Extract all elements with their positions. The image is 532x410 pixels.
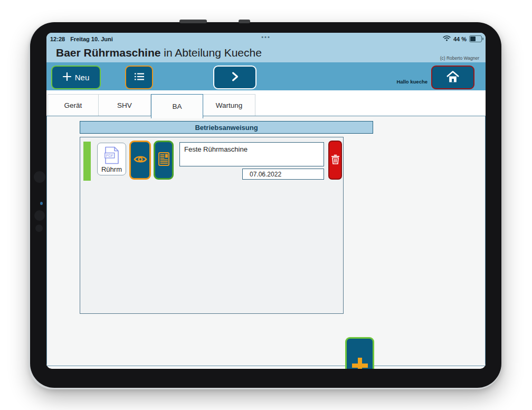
tab-geraet[interactable]: Gerät (48, 94, 99, 116)
device-top-button (239, 20, 250, 23)
front-camera (34, 171, 45, 183)
plus-icon (63, 72, 71, 82)
content-panel: Betriebsanweisung PDF Rührm (46, 116, 486, 366)
chevron-right-icon (232, 72, 239, 83)
ipad-device-frame: 12:28 Freitag 10. Juni ••• 44 % (30, 22, 501, 388)
item-name-input[interactable]: Feste Rührmaschine (179, 142, 324, 166)
front-sensor (34, 210, 45, 221)
wifi-icon (443, 35, 451, 42)
preview-button[interactable] (129, 141, 151, 180)
plus-icon (350, 356, 369, 369)
item-status-bar (83, 142, 91, 181)
device-top-button (179, 20, 207, 23)
title-bar: Baer Rührmaschine in Abteilung Kueche (c… (46, 45, 486, 62)
pdf-document-icon: PDF (104, 146, 119, 164)
status-bar: 12:28 Freitag 10. Juni ••• 44 % (46, 33, 486, 45)
greeting-label: Hallo kueche (396, 79, 428, 85)
tab-bar: Gerät SHV BA Wartung (46, 94, 486, 116)
copyright-label: (c) Roberto Wagner (440, 55, 479, 61)
pdf-file-button[interactable]: PDF Rührm (97, 143, 126, 175)
list-view-button[interactable] (125, 66, 153, 89)
delete-button[interactable] (328, 141, 342, 180)
section-header: Betriebsanweisung (80, 121, 373, 134)
page-title-suffix: in Abteilung Kueche (160, 46, 261, 59)
eye-icon (134, 155, 147, 166)
home-button[interactable] (431, 66, 474, 89)
toolbar: Neu (46, 62, 486, 90)
multitask-handle[interactable]: ••• (46, 34, 486, 40)
trash-icon (331, 154, 340, 166)
front-sensor (35, 225, 43, 232)
document-list: PDF Rührm (80, 137, 344, 314)
new-button[interactable]: Neu (51, 66, 101, 89)
file-name-label: Rührm (101, 165, 122, 173)
tab-shv[interactable]: SHV (99, 94, 151, 116)
forward-button[interactable] (213, 66, 256, 89)
protocol-button[interactable] (154, 141, 174, 180)
page-title-device: Baer Rührmaschine (56, 46, 160, 59)
tab-wartung[interactable]: Wartung (203, 94, 255, 116)
item-date-input[interactable]: 07.06.2022 (242, 169, 324, 180)
svg-text:PDF: PDF (106, 154, 113, 157)
new-button-label: Neu (75, 73, 90, 82)
home-icon (445, 70, 460, 85)
battery-icon (469, 35, 482, 42)
document-table-icon (158, 152, 169, 168)
add-document-button[interactable] (345, 337, 374, 369)
bulleted-list-icon (134, 72, 145, 82)
camera-indicator (40, 202, 43, 205)
page: 12:28 Freitag 10. Juni ••• 44 % (0, 0, 532, 410)
tab-ba[interactable]: BA (151, 94, 203, 118)
page-title: Baer Rührmaschine in Abteilung Kueche (56, 46, 262, 59)
battery-percent: 44 % (453, 36, 467, 42)
app-screen: 12:28 Freitag 10. Juni ••• 44 % (46, 33, 486, 369)
